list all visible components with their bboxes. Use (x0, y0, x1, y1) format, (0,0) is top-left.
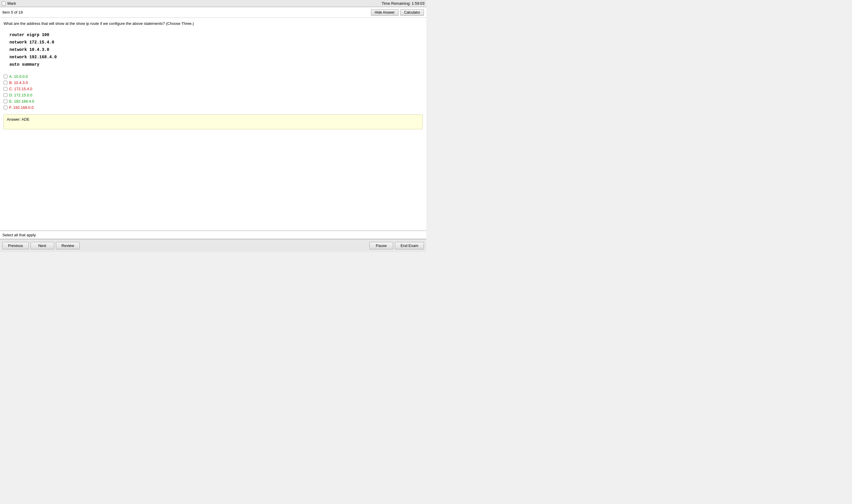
options-list: A. 10.0.0.0B. 10.4.3.0C. 172.15.4.0D. 17… (3, 74, 423, 110)
code-line: network 10.4.3.0 (10, 46, 423, 54)
option-item: C. 172.15.4.0 (3, 87, 423, 91)
title-bar: Mark Time Remaining: 1:59:03 (0, 0, 426, 7)
hide-answer-button[interactable]: Hide Answer (371, 9, 398, 16)
option-label: A. 10.0.0.0 (9, 74, 28, 79)
option-checkbox-f[interactable] (3, 106, 7, 109)
code-line: network 192.168.4.0 (10, 54, 423, 61)
instruction-text: Select all that apply. (2, 233, 36, 237)
option-checkbox-e[interactable] (3, 100, 7, 103)
option-item: B. 10.4.3.0 (3, 80, 423, 85)
mark-checkbox[interactable] (2, 1, 6, 5)
answer-box: Answer: ADE (3, 114, 423, 129)
option-item: F. 192.168.0.0 (3, 105, 423, 110)
option-checkbox-a[interactable] (3, 74, 7, 78)
calculator-button[interactable]: Calculator (400, 9, 424, 16)
code-line: auto summary (10, 61, 423, 68)
instruction-bar: Select all that apply. (0, 231, 426, 239)
code-line: network 172.15.4.0 (10, 39, 423, 46)
previous-button[interactable]: Previous (2, 242, 29, 249)
title-bar-left: Mark (2, 1, 16, 6)
option-label: D. 172.15.0.0 (9, 93, 32, 97)
code-line: router eigrp 100 (10, 31, 423, 39)
bottom-bar: Previous Next Review Pause End Exam (0, 239, 426, 252)
next-button[interactable]: Next (31, 242, 54, 249)
pause-button[interactable]: Pause (369, 242, 393, 249)
main-content: What are the address that will show at t… (0, 18, 426, 231)
item-counter: Item 5 of 19 (2, 10, 23, 15)
top-bar-buttons: Hide Answer Calculator (371, 9, 424, 16)
review-button[interactable]: Review (56, 242, 80, 249)
option-item: E. 192.168.4.0 (3, 99, 423, 104)
bottom-bar-right: Pause End Exam (369, 242, 424, 249)
option-label: B. 10.4.3.0 (9, 80, 28, 85)
mark-label[interactable]: Mark (7, 1, 16, 6)
top-bar: Item 5 of 19 Hide Answer Calculator (0, 7, 426, 18)
option-label: E. 192.168.4.0 (9, 99, 34, 104)
end-exam-button[interactable]: End Exam (395, 242, 424, 249)
option-checkbox-b[interactable] (3, 81, 7, 85)
option-label: C. 172.15.4.0 (9, 87, 32, 91)
option-label: F. 192.168.0.0 (9, 105, 33, 110)
option-item: A. 10.0.0.0 (3, 74, 423, 79)
code-block: router eigrp 100network 172.15.4.0networ… (10, 31, 423, 69)
timer: Time Remaining: 1:59:03 (382, 1, 424, 6)
option-checkbox-d[interactable] (3, 93, 7, 97)
bottom-bar-left: Previous Next Review (2, 242, 80, 249)
answer-text: Answer: ADE (7, 117, 30, 122)
option-checkbox-c[interactable] (3, 87, 7, 91)
question-text: What are the address that will show at t… (3, 21, 423, 26)
option-item: D. 172.15.0.0 (3, 93, 423, 97)
